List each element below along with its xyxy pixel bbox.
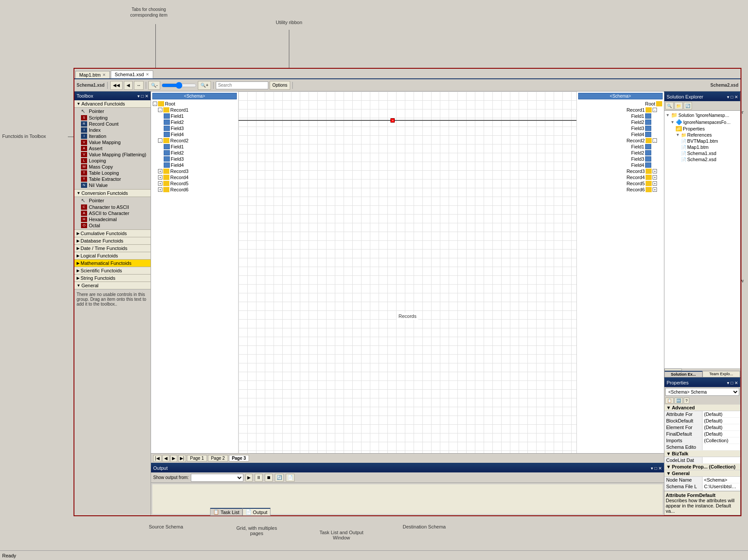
right-record3-expand[interactable]: + [653,169,657,173]
ribbon-btn-3[interactable]: ↔ [134,81,144,90]
output-source-select[interactable] [191,474,243,482]
page-nav-first[interactable]: |◀ [153,455,162,462]
sol-item-map1[interactable]: 📄 Map1.btm [665,144,739,150]
database-expand-icon: ▶ [77,239,80,243]
right-record6-expand[interactable]: + [653,187,657,192]
sol-tab-team[interactable]: Team Explo... [702,371,741,377]
search-input[interactable] [216,81,268,89]
toolbox-group-datetime[interactable]: ▶ Date / Time Functoids [74,245,151,252]
props-selected[interactable]: <Schema> Schema [665,388,739,396]
output-tab-output[interactable]: 📄 Output [242,508,270,516]
props-btn-cat[interactable]: 📋 [665,398,674,404]
assert-icon: A [81,146,87,151]
toolbox-item-nil-value[interactable]: N Nil Value [74,182,151,188]
toolbox-item-octal[interactable]: O Octal [74,222,151,229]
props-desc-title: Attribute FormDefault [666,493,739,498]
toolbox-item-table-looping[interactable]: T Table Looping [74,170,151,176]
toolbox-group-scientific[interactable]: ▶ Scientific Functoids [74,267,151,275]
sol-item-properties[interactable]: 📁 Properties [665,126,739,132]
tab-schema1-close[interactable]: ✕ [146,72,149,77]
prop-row-final: FinalDefault (Default) [664,431,740,437]
sol-item-references[interactable]: ▼ 📁 References [665,132,739,138]
sol-project-node[interactable]: ▼ 🔷 IgnoreNamespacesForLi... [665,119,739,126]
toolbox-group-general[interactable]: ▼ General [74,282,151,289]
record4-expand[interactable]: + [158,175,162,180]
page-nav-next[interactable]: ▶ [170,455,177,462]
ribbon-zoom-out[interactable]: 🔍- [148,81,160,90]
sol-btn-1[interactable]: 🔍 [665,102,674,109]
toolbox-group-conversion[interactable]: ▼ Conversion Functoids [74,189,151,197]
toolbox-item-iteration[interactable]: I Iteration [74,133,151,139]
toolbox-item-char-ascii[interactable]: C Character to ASCII [74,204,151,210]
toolbox-item-value-mapping[interactable]: V Value Mapping [74,139,151,145]
ribbon-zoom-slider[interactable] [162,82,197,89]
ribbon-btn-2[interactable]: ◀ [124,81,133,90]
toolbox-item-table-extractor[interactable]: T Table Extractor [74,176,151,182]
toolbox-item-ascii-char[interactable]: A ASCII to Character [74,210,151,216]
toolbox-item-scripting[interactable]: S Scripting [74,115,151,121]
right-record1-expand[interactable]: - [653,108,657,112]
toolbox-group-database[interactable]: ▶ Database Functoids [74,237,151,245]
sol-btn-3[interactable]: 🔄 [684,102,692,109]
left-schema-panel: <Schema> - Root - Record1 [151,92,239,453]
ribbon-zoom-in[interactable]: 🔍+ [198,81,211,90]
toolbox-group-cumulative[interactable]: ▶ Cumulative Functoids [74,229,151,237]
iteration-icon: I [81,134,87,139]
sol-item-schema1[interactable]: 📄 Schema1.xsd [665,150,739,156]
toolbox-item-record-count[interactable]: R Record Count [74,121,151,127]
toolbox-group-string[interactable]: ▶ String Functoids [74,275,151,282]
page-tab-3[interactable]: Page 3 [229,455,249,461]
sol-item-bvtmap[interactable]: 📄 BVTMap1.btm [665,138,739,144]
record1-expand[interactable]: - [158,108,162,112]
connector-line-right [395,120,576,121]
right-record5-expand[interactable]: + [653,181,657,186]
record5-expand[interactable]: + [158,181,162,186]
toolbox-item-index[interactable]: I Index [74,127,151,133]
toolbox-group-logical[interactable]: ▶ Logical Functoids [74,252,151,260]
tab-schema1[interactable]: Schema1.xsd ✕ [111,70,153,78]
output-btn-2[interactable]: ⏸ [255,474,263,482]
right-record2-expand[interactable]: - [653,138,657,143]
toolbox-group-math[interactable]: ▶ Mathematical Functoids [74,260,151,267]
page-tab-1[interactable]: Page 1 [187,455,207,461]
page-nav-prev[interactable]: ◀ [162,455,169,462]
output-btn-3[interactable]: ⏹ [265,474,273,482]
sol-solution-node[interactable]: ▼ 📁 Solution 'IgnoreNamespacesForU... [665,112,739,119]
output-btn-5[interactable]: 📄 [286,474,295,482]
toolbox-item-conv-pointer[interactable]: ↖ Pointer [74,197,151,204]
toolbox-item-looping[interactable]: L Looping [74,158,151,164]
toolbox-group-advanced[interactable]: ▼ Advanced Functoids [74,100,151,108]
record6-expand[interactable]: + [158,187,162,192]
datetime-label: Date / Time Functoids [81,246,127,251]
sol-project-expand: ▼ [671,120,675,124]
page-nav-last[interactable]: ▶| [178,455,186,462]
toolbox-item-mass-copy[interactable]: M Mass Copy [74,164,151,170]
left-tree-r2-field4: Field4 [152,162,237,168]
output-btn-1[interactable]: ▶ [246,474,253,482]
left-tree-field1: Field1 [152,113,237,119]
tab-map1-close[interactable]: ✕ [102,73,106,77]
options-btn[interactable]: Options [270,81,290,90]
toolbox-item-hex[interactable]: H Hexadecimal [74,216,151,222]
prop-row-schemafile: Schema File L C:\Users\btslab\... [664,483,740,490]
left-tree-record5: + Record5 [152,180,237,187]
right-record4-expand[interactable]: + [653,175,657,180]
output-tab-tasklist[interactable]: 📋 Task List [210,508,242,516]
root-expand[interactable]: - [153,102,157,106]
sol-item-schema2[interactable]: 📄 Schema2.xsd [665,156,739,162]
output-btn-4[interactable]: 🔄 [275,474,284,482]
toolbox-item-pointer[interactable]: ↖ Pointer [74,108,151,115]
props-btn-alpha[interactable]: 🔤 [674,398,683,404]
ribbon-btn-1[interactable]: ◀◀ [110,81,123,90]
props-btn-help[interactable]: ? [684,398,689,404]
record2-expand[interactable]: - [158,138,162,143]
tab-map1[interactable]: Map1.btm ✕ [75,71,110,78]
page-tab-2[interactable]: Page 2 [208,455,228,461]
record3-expand[interactable]: + [158,169,162,173]
toolbox-item-vmap-flat[interactable]: V Value Mapping (Flattening) [74,151,151,158]
annotation-destination-schema: Destination Schema [403,524,446,529]
sol-tab-explorer[interactable]: Solution Ex... [664,371,702,377]
sol-btn-2[interactable]: 📁 [674,102,683,109]
annotation-grid: Grid, with multiplespages [236,525,277,536]
toolbox-item-assert[interactable]: A Assert [74,145,151,151]
